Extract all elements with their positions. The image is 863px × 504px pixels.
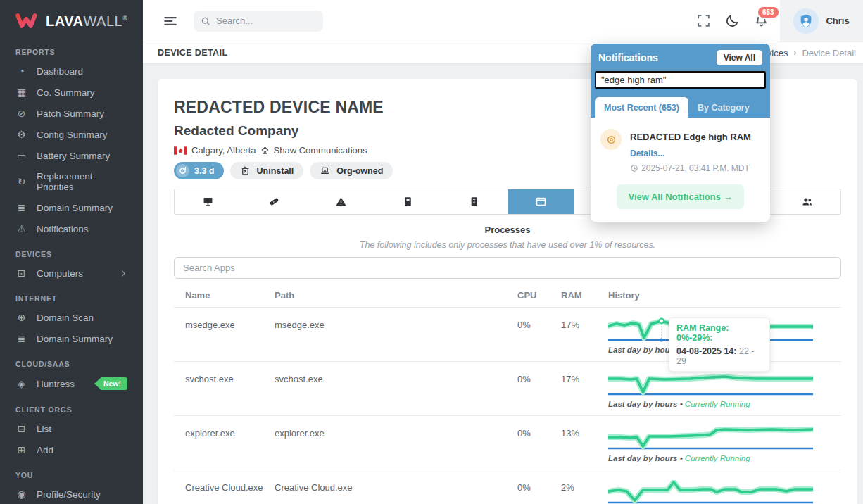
agent-age-badge[interactable]: 3.3 d — [174, 162, 224, 179]
tab-users[interactable] — [774, 189, 840, 214]
dark-mode-moon-icon[interactable] — [725, 13, 740, 28]
sidebar-item-huntress[interactable]: ◈HuntressNew! — [0, 372, 143, 395]
sidebar-item-co-summary[interactable]: ▦Co. Summary — [0, 82, 143, 103]
processes-heading: Processes — [174, 225, 841, 235]
gear-icon: ⚙ — [15, 129, 27, 140]
sparkline-caption: Last day by hours • Currently Running — [608, 400, 841, 408]
notification-footer: View All Notifications → — [600, 184, 760, 209]
sidebar-item-label: List — [37, 424, 51, 434]
process-row-msedge-exe[interactable]: msedge.exemsedge.exe0%17% Last day by ho… — [174, 308, 841, 362]
notifications-bell[interactable]: 653 — [754, 13, 769, 28]
chevron-right-icon — [120, 270, 127, 277]
breadcrumb: Devices › Device Detail — [755, 48, 856, 58]
tab-most-recent[interactable]: Most Recent (653) — [595, 97, 688, 118]
sidebar-item-config-summary[interactable]: ⚙Config Summary — [0, 124, 143, 145]
search-input[interactable] — [216, 15, 308, 26]
uninstall-button[interactable]: Uninstall — [230, 162, 304, 179]
process-path: msedge.exe — [275, 317, 517, 355]
global-search[interactable] — [194, 11, 323, 32]
sidebar-item-label: Notifications — [37, 224, 89, 234]
sidebar-item-label: Domain Summary — [37, 203, 113, 213]
process-cpu: 0% — [517, 480, 561, 504]
ram-range-label: RAM Range: 0%-29%: — [676, 323, 762, 343]
sidebar-item-replacement-priorities[interactable]: ↻Replacement Priorities — [0, 166, 143, 197]
tab-alerts[interactable] — [308, 189, 374, 214]
col-cpu: CPU — [517, 290, 561, 301]
user-avatar-shield-icon — [793, 8, 819, 34]
process-cpu: 0% — [517, 317, 561, 355]
laptop-icon — [320, 165, 330, 176]
sidebar-item-dashboard[interactable]: ◔Dashboard — [0, 61, 143, 82]
notification-filter-input[interactable] — [595, 71, 766, 89]
process-path: Creative Cloud.exe — [275, 480, 517, 504]
sidebar-item-label: Co. Summary — [37, 87, 95, 98]
tab-processes[interactable] — [508, 189, 574, 214]
process-name: Creative Cloud.exe — [185, 480, 275, 504]
tab-by-category[interactable]: By Category — [688, 97, 759, 118]
search-icon — [201, 16, 210, 26]
sidebar-item-domain-summary[interactable]: ≣Domain Summary — [0, 197, 143, 218]
process-history[interactable]: Last day by hours • Currently Running — [608, 426, 841, 463]
building-icon: ▦ — [15, 87, 27, 98]
process-history[interactable]: Last day by hours • Currently Running — [608, 372, 841, 409]
process-row-creative-cloud-exe[interactable]: Creative Cloud.exeCreative Cloud.exe0%2%… — [174, 470, 841, 504]
device-provider: Shaw Communications — [274, 145, 367, 156]
process-cpu: 0% — [517, 426, 561, 463]
sidebar-item-label: Computers — [37, 268, 83, 279]
sidebar: LAVAWALL® REPORTS◔Dashboard▦Co. Summary⊘… — [0, 0, 143, 504]
view-all-button[interactable]: View All — [717, 50, 762, 65]
process-ram: 2% — [561, 480, 608, 504]
menu-toggle-icon[interactable] — [163, 13, 178, 29]
process-history[interactable]: Last day by hours • Currently Running — [608, 480, 841, 504]
notification-item-title: REDACTED Edge high RAM — [630, 129, 751, 142]
view-all-notifications-button[interactable]: View All Notifications → — [617, 184, 743, 209]
tab-storage[interactable] — [374, 189, 441, 214]
sidebar-section-you: YOU — [0, 460, 143, 484]
tab-logs[interactable] — [441, 189, 508, 214]
tab-patches[interactable] — [241, 189, 308, 214]
brand-logo[interactable]: LAVAWALL® — [0, 0, 143, 37]
process-history[interactable]: Last day by hours • Currently RunningRAM… — [608, 317, 841, 355]
sidebar-item-battery-summary[interactable]: ▭Battery Summary — [0, 145, 143, 166]
sidebar-item-label: Patch Summary — [37, 108, 104, 119]
process-row-explorer-exe[interactable]: explorer.exeexplorer.exe0%13% Last day b… — [174, 416, 841, 470]
new-badge: New! — [94, 377, 127, 390]
lavawall-logo-icon — [15, 12, 41, 30]
canada-flag-icon — [174, 146, 187, 155]
sidebar-item-add[interactable]: ⊞Add — [0, 439, 143, 460]
user-menu[interactable]: Chris — [780, 0, 863, 42]
col-name: Name — [185, 290, 275, 301]
sidebar-item-domain-scan[interactable]: ⊕Domain Scan — [0, 307, 143, 328]
tab-computer[interactable] — [175, 189, 241, 214]
process-table-header: Name Path CPU RAM History — [174, 283, 841, 308]
sidebar-item-notifications[interactable]: ⚠Notifications — [0, 218, 143, 239]
process-path: explorer.exe — [275, 426, 517, 463]
ram-range-value: 04-08-2025 14: 22 - 29 — [676, 346, 762, 366]
sidebar-item-label: Domain Summary — [37, 334, 113, 344]
sidebar-item-label: Battery Summary — [37, 151, 110, 161]
clock-icon — [630, 164, 638, 172]
process-name: msedge.exe — [185, 317, 275, 355]
warning-icon: ⚠ — [15, 223, 27, 234]
notification-item[interactable]: REDACTED Edge high RAM Details... 2025-0… — [600, 129, 760, 173]
notification-details-link[interactable]: Details... — [630, 149, 751, 158]
sidebar-item-list[interactable]: ⊟List — [0, 418, 143, 439]
search-apps-input[interactable] — [174, 257, 841, 279]
notification-category-icon — [600, 129, 622, 150]
profile-icon: ◉ — [15, 489, 27, 500]
sidebar-item-profile-security[interactable]: ◉Profile/Security — [0, 484, 143, 504]
huntress-icon: ◈ — [15, 378, 27, 389]
sidebar-item-patch-summary[interactable]: ⊘Patch Summary — [0, 103, 143, 124]
user-name: Chris — [826, 15, 849, 26]
col-ram: RAM — [561, 290, 608, 301]
fullscreen-icon[interactable] — [696, 13, 711, 28]
ownership-badge[interactable]: Org-owned — [310, 162, 393, 179]
brand-name: LAVAWALL® — [46, 13, 127, 30]
sidebar-item-computers[interactable]: ⊡Computers — [0, 263, 143, 284]
notification-count-badge: 653 — [757, 6, 780, 19]
gauge-icon: ◔ — [15, 65, 27, 77]
monitor-icon: ⊡ — [15, 267, 27, 279]
sidebar-item-label: Profile/Security — [37, 489, 101, 500]
notifications-title: Notifications — [598, 52, 658, 63]
sidebar-item-domain-summary[interactable]: ≣Domain Summary — [0, 328, 143, 349]
